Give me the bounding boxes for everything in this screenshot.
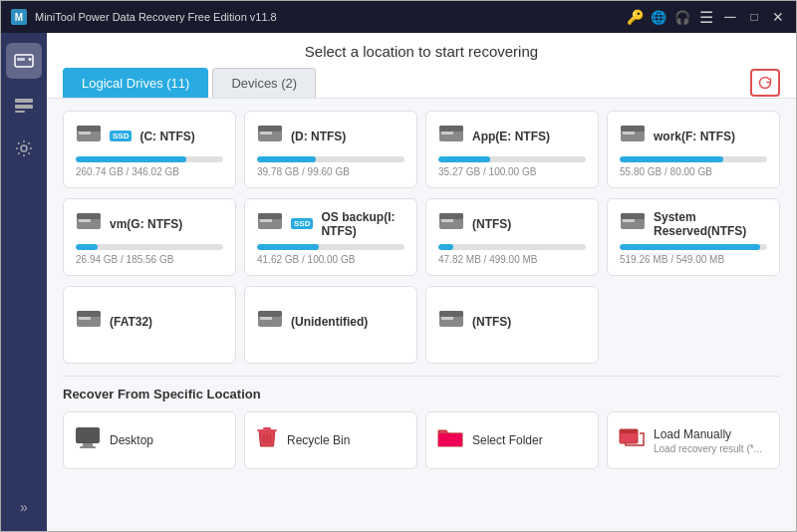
ssd-badge-c: SSD (110, 131, 132, 141)
drive-size-ntfs: 47.82 MB / 499.00 MB (438, 254, 586, 265)
tabs-row: Logical Drives (11) Devices (2) (47, 68, 796, 98)
drive-size-d: 39.78 GB / 99.60 GB (257, 166, 404, 177)
content-area: Select a location to start recovering Lo… (47, 33, 796, 531)
drive-hdd-icon-fat32 (76, 308, 102, 336)
drive-card-e[interactable]: App(E: NTFS) 35.27 GB / 100.00 GB (425, 111, 599, 188)
progress-fill-e (438, 156, 490, 162)
sidebar-item-drives[interactable] (6, 43, 42, 79)
app-title: MiniTool Power Data Recovery Free Editio… (35, 11, 625, 23)
drive-size-sysres: 519.26 MB / 549.00 MB (620, 254, 767, 265)
svg-rect-50 (620, 429, 638, 433)
key-icon[interactable]: 🔑 (625, 7, 645, 27)
svg-rect-7 (15, 111, 25, 113)
scroll-area[interactable]: SSD (C: NTFS) 260.74 GB / 346.02 GB (47, 99, 796, 531)
drive-name-f: work(F: NTFS) (654, 130, 735, 143)
ssd-badge-i: SSD (291, 218, 313, 229)
svg-point-4 (29, 58, 32, 61)
window-controls: 🔑 🌐 🎧 ☰ ─ □ ✕ (625, 7, 788, 27)
svg-rect-29 (439, 213, 463, 219)
menu-icon[interactable]: ☰ (696, 7, 716, 27)
drive-size-c: 260.74 GB / 346.02 GB (76, 166, 223, 177)
progress-fill-ntfs (438, 244, 453, 250)
minimize-button[interactable]: ─ (720, 7, 740, 27)
progress-bar-i (257, 244, 404, 250)
drive-card-ntfs2[interactable]: (NTFS) (425, 286, 599, 364)
drives-row-1: SSD (C: NTFS) 260.74 GB / 346.02 GB (63, 111, 780, 188)
sidebar-item-settings[interactable] (6, 131, 42, 166)
svg-text:M: M (15, 12, 23, 23)
progress-fill-sysres (620, 244, 760, 250)
desktop-label: Desktop (110, 433, 153, 447)
drive-hdd-icon-c (76, 123, 102, 150)
svg-rect-35 (77, 311, 101, 317)
drive-size-e: 35.27 GB / 100.00 GB (438, 166, 586, 177)
refresh-button[interactable] (750, 69, 780, 97)
drive-name-sysres: System Reserved(NTFS) (654, 210, 767, 238)
progress-bar-e (438, 156, 586, 162)
progress-bar-f (620, 156, 767, 162)
page-title: Select a location to start recovering (47, 43, 796, 68)
headset-icon[interactable]: 🎧 (672, 7, 692, 27)
progress-fill-f (620, 156, 723, 162)
drive-card-c[interactable]: SSD (C: NTFS) 260.74 GB / 346.02 GB (63, 111, 236, 188)
drive-card-f[interactable]: work(F: NTFS) 55.80 GB / 80.00 GB (607, 111, 780, 188)
progress-bar-c (76, 156, 223, 162)
tab-logical-drives[interactable]: Logical Drives (11) (63, 68, 208, 98)
drive-card-g[interactable]: vm(G: NTFS) 26.94 GB / 185.56 GB (63, 198, 236, 276)
svg-rect-41 (439, 311, 463, 317)
titlebar: M MiniTool Power Data Recovery Free Edit… (1, 1, 796, 33)
close-button[interactable]: ✕ (768, 7, 788, 27)
drive-card-fat32[interactable]: (FAT32) (63, 286, 236, 364)
drive-hdd-icon-unidentified (257, 308, 283, 336)
sidebar-item-tools[interactable] (6, 87, 42, 123)
progress-bar-ntfs (438, 244, 586, 250)
globe-icon[interactable]: 🌐 (649, 7, 668, 27)
drive-hdd-icon-sysres (620, 210, 646, 238)
svg-rect-20 (621, 126, 645, 132)
drives-row-3: (FAT32) (Unidenti (63, 286, 780, 364)
tab-devices[interactable]: Devices (2) (212, 68, 316, 98)
progress-bar-d (257, 156, 404, 162)
drive-size-i: 41.62 GB / 100.00 GB (257, 254, 404, 265)
svg-rect-43 (83, 443, 93, 446)
app-icon: M (9, 7, 29, 27)
svg-rect-23 (77, 213, 101, 219)
recover-select-folder[interactable]: Select Folder (425, 411, 599, 469)
drive-name-g: vm(G: NTFS) (110, 217, 182, 231)
progress-fill-d (257, 156, 316, 162)
progress-bar-g (76, 244, 223, 250)
drive-name-fat32: (FAT32) (110, 315, 152, 329)
recycle-bin-label: Recycle Bin (287, 433, 350, 447)
recover-recycle-bin[interactable]: Recycle Bin (244, 411, 417, 469)
drive-card-unidentified[interactable]: (Unidentified) (244, 286, 417, 364)
recover-load-manually[interactable]: Load Manually Load recovery result (*... (607, 411, 780, 469)
app-window: M MiniTool Power Data Recovery Free Edit… (0, 0, 797, 532)
drive-name-d: (D: NTFS) (291, 130, 346, 143)
section-divider (63, 376, 780, 377)
drive-name-c: (C: NTFS) (139, 130, 194, 143)
drive-name-unidentified: (Unidentified) (291, 315, 368, 329)
drive-hdd-icon-i (257, 210, 283, 238)
drive-card-ntfs[interactable]: (NTFS) 47.82 MB / 499.00 MB (425, 198, 599, 276)
drive-card-d[interactable]: (D: NTFS) 39.78 GB / 99.60 GB (244, 111, 417, 188)
sidebar-expand[interactable]: » (14, 493, 34, 521)
desktop-icon (74, 425, 102, 455)
svg-rect-32 (621, 213, 645, 219)
load-manually-icon (618, 425, 646, 455)
main-area: » Select a location to start recovering … (1, 33, 796, 531)
progress-fill-i (257, 244, 319, 250)
drive-hdd-icon-g (76, 210, 102, 238)
svg-rect-26 (258, 213, 282, 219)
svg-rect-3 (17, 58, 25, 61)
sidebar: » (1, 33, 47, 531)
recover-desktop[interactable]: Desktop (63, 411, 236, 469)
drive-hdd-icon-d (257, 123, 283, 150)
drive-hdd-icon-ntfs (438, 210, 464, 238)
svg-rect-5 (15, 99, 33, 103)
drive-card-i[interactable]: SSD OS backup(I: NTFS) 41.62 GB / 100.00… (244, 198, 417, 276)
drive-hdd-icon-ntfs2 (438, 308, 464, 336)
maximize-button[interactable]: □ (744, 7, 764, 27)
folder-icon (436, 425, 464, 455)
drive-card-sysres[interactable]: System Reserved(NTFS) 519.26 MB / 549.00… (607, 198, 780, 276)
content-header: Select a location to start recovering Lo… (47, 33, 796, 99)
